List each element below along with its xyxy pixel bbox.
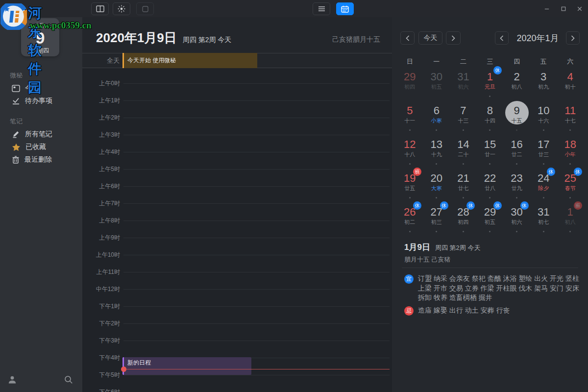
mini-calendar-day[interactable]: 22廿八 — [477, 170, 504, 203]
day-number: 11 — [557, 104, 584, 117]
next-day-button[interactable] — [446, 31, 461, 45]
hour-label: 上午9时 — [82, 234, 120, 242]
day-dot — [543, 197, 544, 198]
mini-calendar-day[interactable]: 12十八 — [396, 136, 423, 170]
app-window: 1月 9 星期四 微秘今天待办事项笔记所有笔记已收藏最近删除 2020年1月9日… — [0, 0, 588, 392]
day-dot — [569, 231, 571, 232]
day-dot — [543, 129, 544, 131]
sidebar-item-已收藏[interactable]: 已收藏 — [0, 141, 82, 153]
mini-calendar-day[interactable]: 1初八班 — [557, 203, 584, 237]
mini-calendar-day[interactable]: 7十三 — [450, 102, 477, 136]
maximize-icon — [561, 6, 566, 12]
next-month-button[interactable] — [566, 31, 580, 45]
hour-line — [123, 220, 390, 221]
allday-event[interactable]: 今天开始 使用微秘 — [122, 53, 257, 68]
titlebar — [0, 0, 588, 18]
hour-label: 上午3时 — [82, 131, 120, 139]
day-number: 7 — [450, 104, 477, 117]
sidebar-item-所有笔记[interactable]: 所有笔记 — [0, 128, 82, 141]
mini-calendar-day[interactable]: 15廿一 — [477, 136, 504, 170]
mini-calendar-day[interactable]: 30初五 — [423, 68, 450, 102]
sidebar-item-待办事项[interactable]: 待办事项 — [0, 95, 82, 107]
mini-calendar-day[interactable]: 23廿九 — [503, 170, 530, 203]
theme-button[interactable] — [113, 2, 130, 15]
day-lunar-label: 十三 — [450, 118, 477, 124]
split-view-icon — [96, 5, 104, 12]
day-lunar-label: 初四 — [450, 219, 477, 225]
day-number: 16 — [503, 138, 530, 151]
mini-calendar-day[interactable]: 18小年 — [557, 136, 584, 170]
mini-calendar-day[interactable]: 14二十 — [450, 136, 477, 170]
mini-calendar-day[interactable]: 10十六 — [530, 102, 557, 136]
maximize-button[interactable] — [558, 4, 569, 14]
mini-calendar-day[interactable]: 26初二休 — [396, 203, 423, 237]
split-view-button[interactable] — [91, 2, 109, 15]
hour-label: 上午7时 — [82, 199, 120, 207]
mini-calendar-day[interactable]: 29初五休 — [477, 203, 504, 237]
weekday-label: 一 — [423, 57, 450, 66]
day-lunar-label: 十四 — [477, 118, 504, 124]
rest-day-badge: 休 — [493, 66, 502, 74]
day-lunar-label: 廿七 — [450, 185, 477, 192]
hour-line — [123, 323, 390, 324]
square-icon — [142, 6, 148, 12]
mini-calendar-day[interactable]: 28初四休 — [450, 203, 477, 237]
mini-calendar-day[interactable]: 4初十 — [557, 68, 584, 102]
mini-calendar-day[interactable]: 3初九 — [530, 68, 557, 102]
mini-calendar-day[interactable]: 6小寒 — [423, 102, 450, 136]
sidebar-section-title: 微秘 — [10, 71, 82, 80]
calendar-icon — [341, 5, 349, 13]
user-icon — [7, 375, 17, 385]
day-lunar-label: 初八 — [503, 84, 530, 90]
prev-month-button[interactable] — [495, 31, 509, 45]
day-lunar-label: 初四 — [396, 84, 423, 90]
day-number: 14 — [450, 138, 477, 151]
mini-calendar-day[interactable]: 13十九 — [423, 136, 450, 170]
day-lunar-label: 十八 — [396, 151, 423, 158]
search-button[interactable] — [63, 374, 74, 386]
timed-event[interactable]: 新的日程 — [122, 357, 251, 375]
avoid-text: 造庙 嫁娶 出行 动土 安葬 行丧 — [418, 306, 510, 316]
today-button[interactable]: 今天 — [418, 31, 442, 45]
mini-calendar-day[interactable]: 16廿二 — [503, 136, 530, 170]
mini-calendar-day[interactable]: 31初七 — [530, 203, 557, 237]
day-dot — [543, 231, 544, 232]
day-grid[interactable]: 新的日程 上午0时上午1时上午2时上午3时上午4时上午5时上午6时上午7时上午8… — [82, 68, 392, 392]
mini-calendar-day[interactable]: 1元旦休 — [477, 68, 504, 102]
mini-calendar-day[interactable]: 9十五 — [503, 102, 530, 136]
current-time-dot — [121, 367, 126, 372]
frame-button[interactable] — [136, 2, 154, 15]
close-button[interactable] — [574, 4, 585, 14]
hour-label: 上午5时 — [82, 165, 120, 173]
day-dot — [489, 231, 490, 232]
sidebar-item-今天[interactable]: 今天 — [0, 82, 82, 95]
mini-calendar-day[interactable]: 19廿五班 — [396, 170, 423, 203]
mini-calendar-day[interactable]: 25春节休 — [557, 170, 584, 203]
profile-button[interactable] — [6, 374, 18, 386]
mini-calendar-day[interactable]: 17廿三 — [530, 136, 557, 170]
mini-calendar-day[interactable]: 8十四 — [477, 102, 504, 136]
prev-day-button[interactable] — [400, 31, 415, 45]
minimize-button[interactable] — [541, 4, 552, 14]
mini-calendar-day[interactable]: 30初六休 — [503, 203, 530, 237]
mini-calendar-day[interactable]: 21廿七 — [450, 170, 477, 203]
calendar-view-button[interactable] — [336, 2, 354, 15]
sidebar-item-最近删除[interactable]: 最近删除 — [0, 153, 82, 166]
mini-calendar-day[interactable]: 24除夕休 — [530, 170, 557, 203]
day-lunar-label: 初八 — [557, 219, 584, 225]
mini-calendar-day[interactable]: 11十七 — [557, 102, 584, 136]
chevron-right-icon — [451, 35, 455, 41]
list-view-button[interactable] — [313, 2, 330, 15]
day-number: 4 — [557, 71, 584, 83]
sun-icon — [118, 5, 125, 13]
mini-calendar-day[interactable]: 2初八 — [503, 68, 530, 102]
day-lunar-label: 初十 — [557, 84, 584, 90]
day-number: 20 — [423, 172, 450, 185]
mini-calendar-day[interactable]: 27初三休 — [423, 203, 450, 237]
day-number: 30 — [423, 71, 450, 83]
weekday-label: 三 — [477, 57, 504, 66]
mini-calendar-day[interactable]: 5十一 — [396, 102, 423, 136]
mini-calendar-day[interactable]: 29初四 — [396, 68, 423, 102]
mini-calendar-day[interactable]: 31初六 — [450, 68, 477, 102]
mini-calendar-day[interactable]: 20大寒 — [423, 170, 450, 203]
